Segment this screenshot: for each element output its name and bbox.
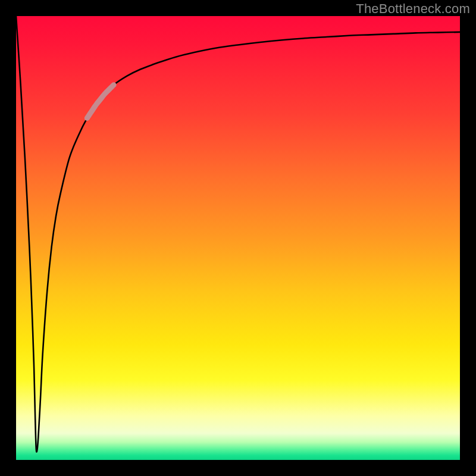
chart-frame: TheBottleneck.com: [0, 0, 476, 476]
bottleneck-curve: [16, 16, 460, 452]
plot-area: [16, 16, 460, 460]
curve-highlight: [87, 85, 114, 118]
curve-layer: [16, 16, 460, 460]
watermark-text: TheBottleneck.com: [356, 1, 470, 17]
